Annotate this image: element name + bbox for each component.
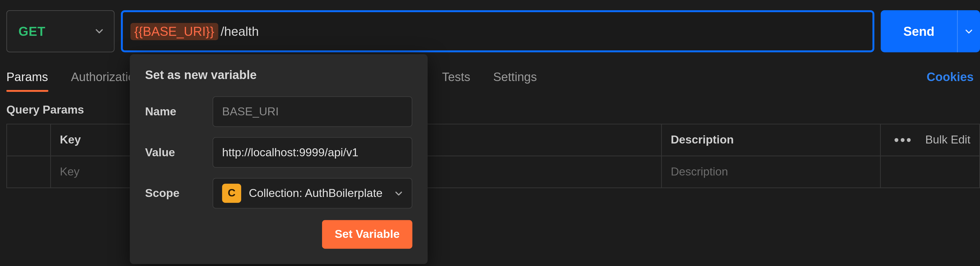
value-label: Value [145, 146, 213, 159]
send-button-label: Send [881, 24, 957, 38]
table-row-actions [881, 156, 980, 187]
set-variable-button[interactable]: Set Variable [322, 220, 412, 248]
tab-settings[interactable]: Settings [493, 66, 537, 88]
cookies-link[interactable]: Cookies [927, 70, 974, 84]
scope-value-text: Collection: AuthBoilerplate [249, 186, 395, 200]
url-input[interactable]: {{BASE_URI}} /health [121, 10, 874, 53]
param-description-input[interactable]: Description [662, 156, 881, 187]
send-button[interactable]: Send [881, 10, 980, 53]
table-header-description: Description [662, 124, 881, 155]
http-method-label: GET [18, 24, 45, 38]
chevron-down-icon [95, 27, 104, 36]
query-params-title: Query Params [6, 103, 84, 117]
scope-label: Scope [145, 186, 213, 200]
http-method-select[interactable]: GET [6, 10, 115, 53]
send-dropdown-icon[interactable] [957, 10, 980, 53]
name-input[interactable]: BASE_URI [213, 96, 412, 127]
name-label: Name [145, 105, 213, 118]
bulk-edit-link[interactable]: Bulk Edit [925, 133, 970, 147]
tab-params[interactable]: Params [6, 66, 48, 88]
tab-tests[interactable]: Tests [442, 66, 470, 88]
tab-active-underline [6, 90, 48, 92]
url-variable-token[interactable]: {{BASE_URI}} [130, 23, 218, 40]
set-variable-popover: Set as new variable Name BASE_URI Value … [130, 54, 428, 264]
table-row-check[interactable] [6, 156, 51, 187]
value-input[interactable]: http://localhost:9999/api/v1 [213, 137, 412, 168]
url-path-text: /health [221, 24, 259, 38]
table-check-header [6, 124, 51, 155]
more-options-icon[interactable]: ••• [894, 132, 913, 148]
popover-title: Set as new variable [145, 68, 412, 82]
collection-badge-icon: C [222, 184, 241, 203]
chevron-down-icon [395, 189, 403, 197]
scope-select[interactable]: C Collection: AuthBoilerplate [213, 178, 412, 209]
